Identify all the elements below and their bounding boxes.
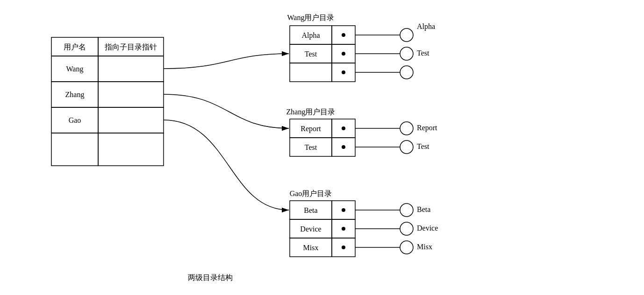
svg-text:Wang: Wang: [66, 65, 84, 73]
svg-text:Test: Test: [305, 50, 317, 58]
svg-rect-9: [98, 133, 164, 166]
svg-text:Zhang用户目录: Zhang用户目录: [286, 108, 336, 116]
svg-point-33: [342, 145, 345, 149]
svg-point-43: [342, 208, 345, 212]
svg-text:Alpha: Alpha: [301, 31, 320, 40]
svg-text:指向子目录指针: 指向子目录指针: [104, 43, 157, 51]
svg-point-51: [400, 47, 413, 60]
svg-text:Report: Report: [301, 125, 321, 133]
svg-rect-3: [98, 56, 164, 82]
svg-text:Gao: Gao: [69, 116, 81, 124]
svg-point-53: [400, 66, 413, 79]
svg-text:Beta: Beta: [417, 205, 430, 213]
svg-text:Misx: Misx: [303, 244, 319, 252]
svg-point-23: [342, 33, 345, 37]
svg-text:Wang用户目录: Wang用户目录: [287, 14, 335, 22]
svg-point-49: [400, 28, 413, 42]
svg-text:Test: Test: [417, 142, 429, 150]
svg-text:Test: Test: [305, 143, 317, 151]
svg-point-25: [342, 70, 345, 74]
svg-point-24: [342, 52, 345, 56]
svg-text:Gao用户目录: Gao用户目录: [290, 190, 332, 197]
svg-point-57: [400, 122, 413, 135]
svg-point-67: [400, 241, 413, 254]
svg-point-45: [342, 246, 345, 249]
svg-text:用户名: 用户名: [64, 43, 86, 51]
svg-point-59: [400, 140, 413, 154]
svg-rect-5: [98, 82, 164, 107]
svg-point-63: [400, 204, 413, 217]
svg-text:Alpha: Alpha: [417, 22, 435, 31]
svg-text:Test: Test: [417, 49, 429, 57]
svg-rect-7: [98, 107, 164, 133]
svg-point-65: [400, 222, 413, 235]
svg-rect-8: [51, 133, 98, 166]
svg-rect-19: [290, 63, 332, 82]
svg-point-44: [342, 227, 345, 231]
svg-text:Beta: Beta: [304, 206, 317, 214]
svg-text:两级目录结构: 两级目录结构: [188, 274, 233, 281]
svg-text:Zhang: Zhang: [65, 91, 85, 99]
svg-text:Device: Device: [417, 224, 438, 232]
svg-text:Misx: Misx: [417, 243, 432, 251]
svg-text:Device: Device: [300, 225, 321, 233]
svg-text:Report: Report: [417, 124, 437, 132]
svg-point-32: [342, 126, 345, 130]
